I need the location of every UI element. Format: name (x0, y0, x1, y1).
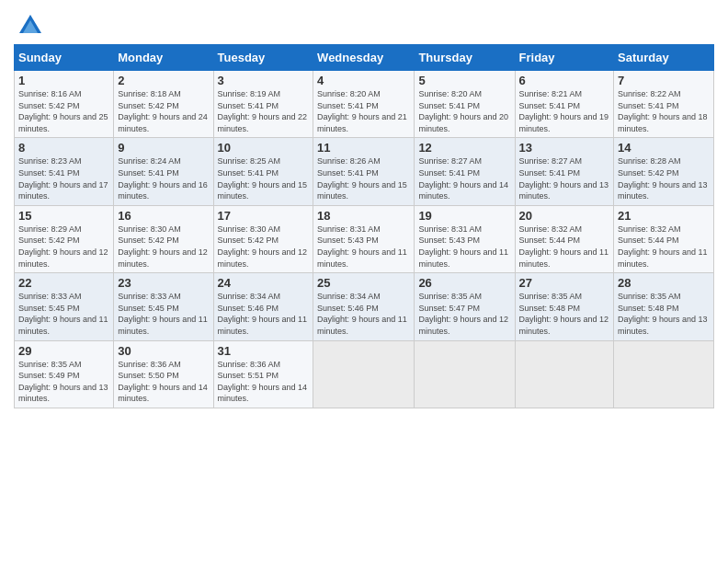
day-info: Sunrise: 8:35 AMSunset: 5:48 PMDaylight:… (618, 292, 708, 336)
day-number: 19 (418, 209, 510, 223)
day-number: 23 (118, 276, 209, 290)
day-info: Sunrise: 8:26 AMSunset: 5:41 PMDaylight:… (317, 156, 407, 201)
calendar-cell: 14Sunrise: 8:28 AMSunset: 5:42 PMDayligh… (614, 138, 714, 205)
day-number: 25 (317, 276, 410, 290)
day-number: 5 (418, 74, 510, 87)
day-number: 6 (519, 74, 610, 87)
day-info: Sunrise: 8:20 AMSunset: 5:41 PMDaylight:… (418, 89, 508, 133)
calendar-cell: 12Sunrise: 8:27 AMSunset: 5:41 PMDayligh… (415, 138, 515, 205)
day-number: 26 (418, 276, 510, 290)
day-number: 31 (218, 344, 310, 358)
day-number: 15 (18, 209, 109, 223)
day-info: Sunrise: 8:27 AMSunset: 5:41 PMDaylight:… (418, 156, 508, 201)
logo-icon (17, 13, 43, 39)
calendar-cell: 13Sunrise: 8:27 AMSunset: 5:41 PMDayligh… (515, 138, 614, 205)
day-info: Sunrise: 8:33 AMSunset: 5:45 PMDaylight:… (118, 292, 208, 336)
day-number: 11 (317, 141, 410, 155)
calendar-week-4: 22Sunrise: 8:33 AMSunset: 5:45 PMDayligh… (15, 273, 714, 340)
day-info: Sunrise: 8:35 AMSunset: 5:49 PMDaylight:… (18, 360, 108, 404)
header-tuesday: Tuesday (213, 45, 313, 71)
calendar-cell: 5Sunrise: 8:20 AMSunset: 5:41 PMDaylight… (415, 71, 515, 138)
calendar-cell: 6Sunrise: 8:21 AMSunset: 5:41 PMDaylight… (515, 71, 614, 138)
calendar-cell: 15Sunrise: 8:29 AMSunset: 5:42 PMDayligh… (15, 205, 114, 272)
day-number: 27 (519, 276, 610, 290)
calendar-cell: 25Sunrise: 8:34 AMSunset: 5:46 PMDayligh… (313, 273, 415, 340)
calendar-cell: 17Sunrise: 8:30 AMSunset: 5:42 PMDayligh… (213, 205, 313, 272)
header-wednesday: Wednesday (313, 45, 415, 71)
day-info: Sunrise: 8:25 AMSunset: 5:41 PMDaylight:… (218, 156, 308, 201)
day-number: 17 (218, 209, 310, 223)
day-number: 28 (618, 276, 710, 290)
calendar-cell: 9Sunrise: 8:24 AMSunset: 5:41 PMDaylight… (114, 138, 213, 205)
day-info: Sunrise: 8:33 AMSunset: 5:45 PMDaylight:… (18, 292, 108, 336)
header-monday: Monday (114, 45, 213, 71)
day-number: 2 (118, 74, 209, 87)
day-info: Sunrise: 8:30 AMSunset: 5:42 PMDaylight:… (118, 224, 208, 269)
calendar-cell: 24Sunrise: 8:34 AMSunset: 5:46 PMDayligh… (213, 273, 313, 340)
calendar-week-2: 8Sunrise: 8:23 AMSunset: 5:41 PMDaylight… (15, 138, 714, 205)
day-info: Sunrise: 8:35 AMSunset: 5:47 PMDaylight:… (418, 292, 508, 336)
header (14, 9, 714, 39)
calendar-week-1: 1Sunrise: 8:16 AMSunset: 5:42 PMDaylight… (15, 71, 714, 138)
day-number: 22 (18, 276, 109, 290)
day-info: Sunrise: 8:32 AMSunset: 5:44 PMDaylight:… (618, 224, 708, 269)
day-number: 10 (218, 141, 310, 155)
day-info: Sunrise: 8:31 AMSunset: 5:43 PMDaylight:… (317, 224, 407, 269)
day-info: Sunrise: 8:21 AMSunset: 5:41 PMDaylight:… (519, 89, 609, 133)
day-info: Sunrise: 8:32 AMSunset: 5:44 PMDaylight:… (519, 224, 609, 269)
header-thursday: Thursday (415, 45, 515, 71)
day-number: 12 (418, 141, 510, 155)
calendar-cell: 11Sunrise: 8:26 AMSunset: 5:41 PMDayligh… (313, 138, 415, 205)
calendar-cell: 30Sunrise: 8:36 AMSunset: 5:50 PMDayligh… (114, 340, 213, 408)
weekday-header-row: Sunday Monday Tuesday Wednesday Thursday… (15, 45, 714, 71)
calendar-cell: 2Sunrise: 8:18 AMSunset: 5:42 PMDaylight… (114, 71, 213, 138)
day-info: Sunrise: 8:36 AMSunset: 5:50 PMDaylight:… (118, 360, 208, 404)
calendar-week-5: 29Sunrise: 8:35 AMSunset: 5:49 PMDayligh… (15, 340, 714, 408)
day-number: 18 (317, 209, 410, 223)
calendar-cell: 29Sunrise: 8:35 AMSunset: 5:49 PMDayligh… (15, 340, 114, 408)
day-info: Sunrise: 8:29 AMSunset: 5:42 PMDaylight:… (18, 224, 108, 269)
day-info: Sunrise: 8:31 AMSunset: 5:43 PMDaylight:… (418, 224, 508, 269)
calendar-cell: 3Sunrise: 8:19 AMSunset: 5:41 PMDaylight… (213, 71, 313, 138)
day-number: 24 (218, 276, 310, 290)
calendar-cell: 27Sunrise: 8:35 AMSunset: 5:48 PMDayligh… (515, 273, 614, 340)
day-number: 7 (618, 74, 710, 87)
header-friday: Friday (515, 45, 614, 71)
calendar-cell: 21Sunrise: 8:32 AMSunset: 5:44 PMDayligh… (614, 205, 714, 272)
page: Sunday Monday Tuesday Wednesday Thursday… (0, 0, 728, 563)
calendar-cell (515, 340, 614, 408)
day-info: Sunrise: 8:28 AMSunset: 5:42 PMDaylight:… (618, 156, 708, 201)
day-number: 14 (618, 141, 710, 155)
day-info: Sunrise: 8:20 AMSunset: 5:41 PMDaylight:… (317, 89, 407, 133)
day-number: 13 (519, 141, 610, 155)
day-info: Sunrise: 8:34 AMSunset: 5:46 PMDaylight:… (317, 292, 407, 336)
day-number: 30 (118, 344, 209, 358)
day-number: 9 (118, 141, 209, 155)
calendar-cell: 4Sunrise: 8:20 AMSunset: 5:41 PMDaylight… (313, 71, 415, 138)
day-info: Sunrise: 8:23 AMSunset: 5:41 PMDaylight:… (18, 156, 108, 201)
calendar-cell: 1Sunrise: 8:16 AMSunset: 5:42 PMDaylight… (15, 71, 114, 138)
header-sunday: Sunday (15, 45, 114, 71)
calendar-cell: 19Sunrise: 8:31 AMSunset: 5:43 PMDayligh… (415, 205, 515, 272)
day-info: Sunrise: 8:36 AMSunset: 5:51 PMDaylight:… (218, 360, 308, 404)
calendar-cell (614, 340, 714, 408)
logo (14, 13, 43, 39)
day-info: Sunrise: 8:27 AMSunset: 5:41 PMDaylight:… (519, 156, 609, 201)
day-info: Sunrise: 8:19 AMSunset: 5:41 PMDaylight:… (218, 89, 308, 133)
calendar-cell: 8Sunrise: 8:23 AMSunset: 5:41 PMDaylight… (15, 138, 114, 205)
day-info: Sunrise: 8:16 AMSunset: 5:42 PMDaylight:… (18, 89, 108, 133)
calendar-cell: 20Sunrise: 8:32 AMSunset: 5:44 PMDayligh… (515, 205, 614, 272)
day-number: 1 (18, 74, 109, 87)
calendar-cell (313, 340, 415, 408)
day-info: Sunrise: 8:18 AMSunset: 5:42 PMDaylight:… (118, 89, 208, 133)
calendar-cell: 26Sunrise: 8:35 AMSunset: 5:47 PMDayligh… (415, 273, 515, 340)
day-number: 29 (18, 344, 109, 358)
day-number: 16 (118, 209, 209, 223)
header-saturday: Saturday (614, 45, 714, 71)
day-number: 4 (317, 74, 410, 87)
day-info: Sunrise: 8:30 AMSunset: 5:42 PMDaylight:… (218, 224, 308, 269)
day-number: 3 (218, 74, 310, 87)
calendar: Sunday Monday Tuesday Wednesday Thursday… (14, 44, 714, 408)
calendar-cell: 10Sunrise: 8:25 AMSunset: 5:41 PMDayligh… (213, 138, 313, 205)
day-info: Sunrise: 8:22 AMSunset: 5:41 PMDaylight:… (618, 89, 708, 133)
